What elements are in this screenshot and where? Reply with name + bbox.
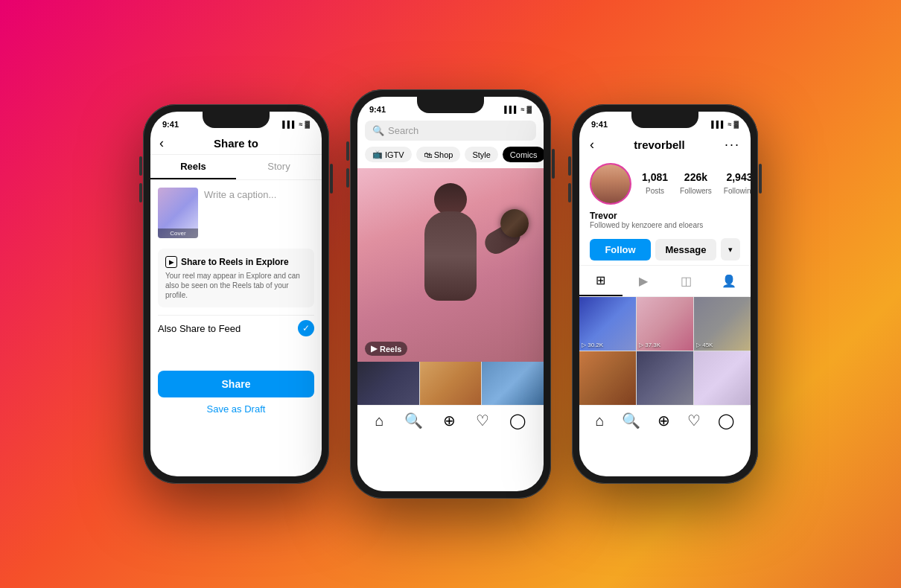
wifi-icon: ≈ [299, 121, 302, 128]
profile-nav-tabs: ⊞ ▶ ◫ 👤 [579, 265, 751, 297]
stat-followers: 226k Followers [680, 171, 712, 196]
video-count-3: ▷ 45K [696, 342, 713, 348]
bottom-nav-3: ⌂ 🔍 ⊕ ♡ ◯ [579, 405, 751, 435]
profile-cell-6 [694, 351, 751, 405]
followers-count: 226k [680, 171, 712, 183]
heart-icon-3[interactable]: ♡ [687, 412, 701, 429]
also-share-row: Also Share to Feed ✓ [158, 315, 314, 341]
profile-grid: ▷ 30.2K ▷ 37.3K ▷ 45K [579, 297, 751, 405]
notch-2 [417, 97, 484, 113]
tab-story[interactable]: Story [236, 155, 322, 179]
posts-label: Posts [646, 187, 664, 195]
home-icon-3[interactable]: ⌂ [596, 412, 605, 429]
notch-3 [631, 112, 698, 128]
phone-explore: 9:41 ▌▌▌ ≈ ▓ 🔍 Search 📺 IGTV 🛍 [350, 89, 551, 499]
profile-icon-3[interactable]: ◯ [718, 412, 734, 429]
battery-icon-3: ▓ [733, 121, 739, 128]
time-2: 9:41 [369, 105, 386, 114]
search-bar[interactable]: 🔍 Search [365, 121, 536, 141]
explore-title-text: Share to Reels in Explore [181, 257, 289, 267]
cat-shop[interactable]: 🛍 Shop [416, 147, 461, 162]
profile-cell-5 [637, 351, 693, 405]
following-count: 2,943 [724, 171, 751, 183]
back-button[interactable]: ‹ [159, 135, 164, 151]
video-count-2: ▷ 37.3K [639, 342, 660, 348]
tab-tagged[interactable]: ◫ [665, 266, 708, 296]
caption-input[interactable]: Write a caption... [204, 188, 314, 238]
search-placeholder: Search [388, 125, 418, 136]
reel-person [357, 168, 544, 362]
share-to-header: ‹ Share to [150, 132, 322, 155]
dropdown-button[interactable]: ▾ [721, 238, 740, 261]
tab-reels-profile[interactable]: ▶ [623, 266, 666, 296]
bio-name: Trevor [590, 211, 740, 221]
following-label: Following [724, 187, 751, 195]
cat-comics[interactable]: Comics [503, 147, 544, 162]
time-1: 9:41 [162, 120, 179, 129]
status-icons-3: ▌▌▌ ≈ ▓ [711, 121, 739, 128]
profile-cell-3: ▷ 45K [694, 297, 751, 351]
wifi-icon-2: ≈ [520, 106, 524, 113]
followers-label: Followers [680, 187, 712, 195]
profile-stats: 1,081 Posts 226k Followers 2,943 Followi… [642, 171, 751, 196]
cat-style[interactable]: Style [465, 147, 497, 162]
profile-cell-4 [579, 351, 636, 405]
action-buttons: Follow Message ▾ [579, 234, 751, 265]
time-3: 9:41 [591, 120, 608, 129]
grid-cell-1 [357, 362, 419, 405]
save-draft-button[interactable]: Save as Draft [158, 403, 314, 415]
phone-share-to: 9:41 ▌▌▌ ≈ ▓ ‹ Share to Reels Story [143, 104, 329, 484]
igtv-icon: 📺 [372, 150, 383, 159]
followed-by: Followed by kenzoere and eloears [590, 221, 740, 229]
battery-icon-2: ▓ [526, 106, 532, 113]
avatar [590, 163, 631, 205]
message-button[interactable]: Message [655, 239, 716, 261]
share-tabs: Reels Story [150, 155, 322, 180]
follow-button[interactable]: Follow [590, 239, 651, 261]
search-icon-3[interactable]: 🔍 [622, 412, 640, 429]
shop-icon: 🛍 [424, 150, 432, 159]
page-title: Share to [214, 137, 258, 150]
share-toggle[interactable]: ✓ [298, 320, 314, 336]
stat-posts: 1,081 Posts [642, 171, 668, 196]
profile-icon[interactable]: ◯ [509, 412, 526, 429]
profile-bio: Trevor Followed by kenzoere and eloears [579, 211, 751, 234]
grid-cell-3 [482, 362, 544, 405]
cover-label: Cover [158, 229, 198, 238]
explore-grid [357, 362, 544, 405]
explore-description: Your reel may appear in Explore and can … [165, 271, 307, 300]
explore-section: ▶ Share to Reels in Explore Your reel ma… [158, 249, 314, 307]
profile-header: ‹ trevorbell ··· [579, 132, 751, 157]
tab-mentions[interactable]: 👤 [708, 266, 751, 296]
reels-icon: ▶ [165, 256, 177, 268]
profile-section: 1,081 Posts 226k Followers 2,943 Followi… [579, 157, 751, 211]
add-icon-3[interactable]: ⊕ [658, 412, 670, 429]
battery-icon: ▓ [305, 121, 310, 128]
reels-icon-badge: ▶ [371, 344, 377, 354]
heart-icon[interactable]: ♡ [476, 412, 489, 429]
phone-profile: 9:41 ▌▌▌ ≈ ▓ ‹ trevorbell ··· [572, 104, 758, 484]
back-button-profile[interactable]: ‹ [590, 137, 594, 153]
notch-1 [203, 112, 270, 128]
search-nav-icon[interactable]: 🔍 [404, 412, 423, 429]
avatar-image [591, 164, 630, 203]
search-icon: 🔍 [372, 125, 384, 136]
cat-igtv[interactable]: 📺 IGTV [365, 147, 412, 162]
tab-grid[interactable]: ⊞ [579, 266, 623, 296]
share-button[interactable]: Share [158, 371, 314, 397]
more-options-icon[interactable]: ··· [725, 137, 740, 153]
tab-reels[interactable]: Reels [150, 155, 236, 179]
signal-icon: ▌▌▌ [282, 121, 296, 128]
video-count-1: ▷ 30.2K [582, 342, 603, 348]
reel-video-area: ▶ Reels [357, 168, 544, 362]
home-icon[interactable]: ⌂ [375, 412, 384, 429]
signal-icon-3: ▌▌▌ [711, 121, 725, 128]
signal-icon-2: ▌▌▌ [504, 106, 518, 113]
explore-title: ▶ Share to Reels in Explore [165, 256, 307, 268]
profile-cell-1: ▷ 30.2K [579, 297, 636, 351]
share-content: Cover Write a caption... ▶ Share to Reel… [150, 180, 322, 422]
stat-following: 2,943 Following [724, 171, 751, 196]
add-icon[interactable]: ⊕ [443, 412, 456, 429]
bottom-nav-2: ⌂ 🔍 ⊕ ♡ ◯ [357, 405, 544, 435]
reels-label: ▶ Reels [365, 342, 407, 356]
